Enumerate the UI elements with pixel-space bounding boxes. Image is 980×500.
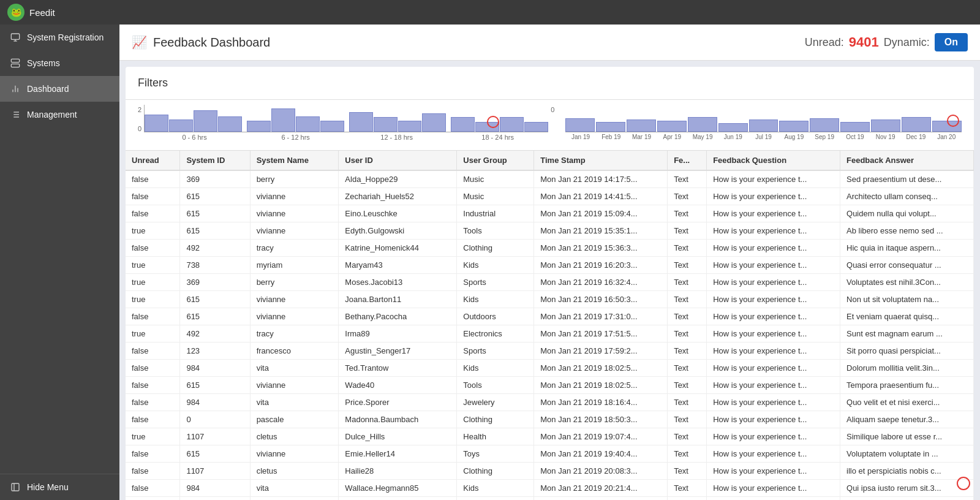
table-cell: Text [668,463,707,480]
table-row[interactable]: false369berryAlda_Hoppe29MusicMon Jan 21… [126,170,974,188]
table-cell: Hic quia in itaque aspern... [840,240,974,257]
table-row[interactable]: false615vivianneZechariah_Huels52MusicMo… [126,188,974,205]
table-cell: Price.Sporer [339,394,457,411]
table-row[interactable]: false0pascaleMadonna.BaumbachClothingMon… [126,411,974,428]
table-cell: 369 [180,274,250,291]
table-row[interactable]: false615vivianneEino.LeuschkeIndustrialM… [126,205,974,222]
table-cell: vivianne [250,308,339,325]
table-row[interactable]: false984vitaTed.TrantowKidsMon Jan 21 20… [126,360,974,377]
table-cell: How is your experience t... [707,240,840,257]
table-cell: Health [457,428,534,445]
table-row[interactable]: true492tracyIrma89ElectronicsMon Jan 21 … [126,325,974,343]
bottom-notification-indicator[interactable] [957,477,970,490]
table-cell: Text [668,325,707,343]
table-cell: Mon Jan 21 2019 15:09:4... [534,205,668,222]
timeline-bar [871,119,900,132]
table-cell: Mon Jan 21 2019 18:50:3... [534,411,668,428]
table-cell: 615 [180,308,250,325]
table-cell: 1107 [180,463,250,480]
table-cell: 615 [180,205,250,222]
x-axis-labels: 0 - 6 hrs 6 - 12 hrs 12 - 18 hrs 18 - 24… [144,134,548,141]
table-row[interactable]: false615vivianneBethany.PacochaOutdoorsM… [126,308,974,325]
table-cell: Alex31 [339,497,457,501]
table-cell: 615 [180,445,250,463]
table-row[interactable]: true738myriamMaryam43KidsMon Jan 21 2019… [126,257,974,274]
table-cell: How is your experience t... [707,411,840,428]
table-cell: Music [457,170,534,188]
hide-menu-icon [10,482,21,493]
table-row[interactable]: true615vivianneEdyth.GulgowskiToolsMon J… [126,222,974,240]
table-row[interactable]: false1107cletusHailie28ClothingMon Jan 2… [126,463,974,480]
table-cell: 984 [180,360,250,377]
unread-label: Unread: [805,36,844,49]
table-cell: true [126,222,180,240]
topbar: 🐸 Feedit [0,0,980,25]
sidebar-item-systems[interactable]: Systems [0,50,119,76]
data-table-area[interactable]: Unread System ID System Name User ID Use… [126,150,974,500]
table-cell: Text [668,411,707,428]
table-cell: 492 [180,325,250,343]
table-row[interactable]: true615vivianneJoana.Barton11KidsMon Jan… [126,291,974,308]
table-row[interactable]: false123francescoAgustin_Senger17SportsM… [126,343,974,360]
table-cell: Agustin_Senger17 [339,343,457,360]
dynamic-toggle-button[interactable]: On [935,33,968,51]
table-row[interactable]: true492tracyAlex31ComputersMon Jan 21 20… [126,497,974,501]
timeline-chart: Jan 19 Feb 19 Mar 19 Apr 19 May 19 Jun 1… [565,105,962,140]
chart-annotation-2[interactable] [947,115,959,127]
table-row[interactable]: true369berryMoses.Jacobi13SportsMon Jan … [126,274,974,291]
table-cell: Mon Jan 21 2019 20:21:4... [534,480,668,497]
bar [218,116,242,132]
table-cell: Dulce_Hills [339,428,457,445]
table-cell: pascale [250,411,339,428]
table-row[interactable]: false984vitaPrice.SporerJeweleryMon Jan … [126,394,974,411]
table-cell: true [126,497,180,501]
timeline-bars [565,105,962,132]
table-cell: Text [668,360,707,377]
table-cell: Tools [457,222,534,240]
table-cell: 615 [180,222,250,240]
table-row[interactable]: false492tracyKatrine_Homenick44ClothingM… [126,240,974,257]
table-cell: Mon Jan 21 2019 16:32:4... [534,274,668,291]
table-cell: francesco [250,343,339,360]
hide-menu-button[interactable]: Hide Menu [0,474,119,500]
sidebar-item-dashboard[interactable]: Dashboard [0,76,119,102]
timeline-bar [749,119,778,132]
col-header-fe: Fe... [668,151,707,170]
table-cell: false [126,240,180,257]
table-row[interactable]: false615vivianneWade40ToolsMon Jan 21 20… [126,377,974,394]
table-cell: Industrial [457,205,534,222]
table-cell: How is your experience t... [707,205,840,222]
sidebar-item-management[interactable]: Management [0,102,119,127]
table-row[interactable]: true1107cletusDulce_HillsHealthMon Jan 2… [126,428,974,445]
table-cell: Text [668,497,707,501]
table-cell: 615 [180,291,250,308]
chart-annotation-1[interactable] [487,116,499,128]
feedback-table: Unread System ID System Name User ID Use… [126,151,974,500]
bar [398,121,422,132]
table-cell: illo et perspiciatis nobis c... [840,463,974,480]
bar [247,121,271,132]
table-cell: Et veniam quaerat quisq... [840,308,974,325]
table-cell: How is your experience t... [707,445,840,463]
table-row[interactable]: false984vitaWallace.Hegmann85KidsMon Jan… [126,480,974,497]
table-cell: vita [250,480,339,497]
timeline-bar [840,122,870,132]
table-row[interactable]: false615vivianneEmie.Heller14ToysMon Jan… [126,445,974,463]
sidebar-spacer [0,127,119,474]
timeline-bar [627,119,656,132]
table-cell: How is your experience t... [707,480,840,497]
app-title: Feedit [29,7,55,18]
table-cell: How is your experience t... [707,291,840,308]
col-header-unread: Unread [126,151,180,170]
table-cell: Mon Jan 21 2019 15:36:3... [534,240,668,257]
header-title-area: 📈 Feedback Dashboard [132,35,270,50]
table-cell: false [126,480,180,497]
table-cell: Quasi error consequatur ... [840,257,974,274]
timeline-bar [779,121,809,132]
table-cell: myriam [250,257,339,274]
table-cell: Jewelery [457,394,534,411]
sidebar-item-system-registration[interactable]: System Registration [0,25,119,50]
svg-rect-4 [11,64,19,67]
table-cell: vita [250,394,339,411]
col-header-system-name: System Name [250,151,339,170]
